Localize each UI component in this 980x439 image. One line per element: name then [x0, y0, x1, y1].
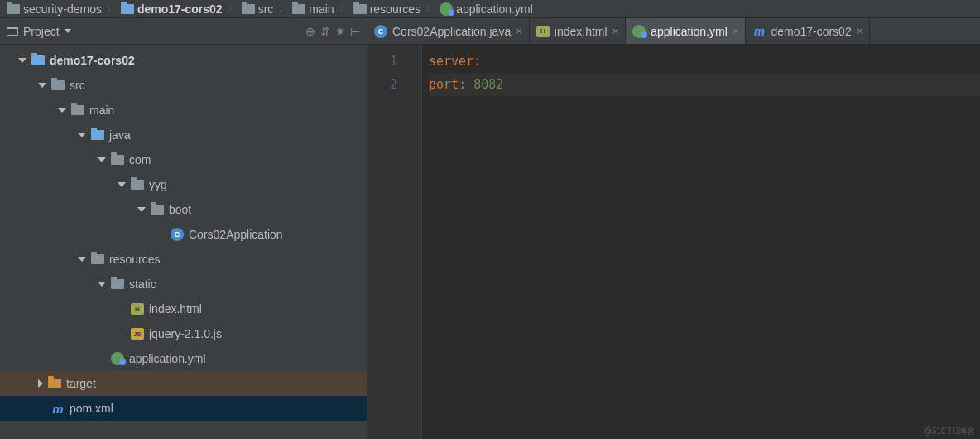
chevron-right-icon[interactable] [38, 379, 43, 388]
collapse-icon[interactable]: ⊢ [350, 25, 360, 38]
breadcrumb-label: security-demos [23, 2, 102, 16]
project-title[interactable]: Project [7, 25, 71, 38]
locate-icon[interactable]: ⊕ [305, 25, 315, 38]
tree-label: pom.xml [70, 402, 113, 415]
project-tool-header: Project ⊕ ⇵ ✷ ⊢ [0, 18, 367, 45]
folder-icon [111, 279, 124, 289]
tree-row[interactable]: demo17-cors02 [0, 48, 367, 73]
tree-row[interactable]: static [0, 272, 367, 297]
tree-label: src [70, 79, 85, 92]
close-icon[interactable]: × [857, 25, 863, 37]
line-gutter: 12 [368, 45, 406, 439]
html-icon: H [536, 26, 550, 37]
tab-label: Cors02Application.java [392, 25, 511, 38]
line-number: 2 [368, 73, 397, 96]
editor-tab[interactable]: CCors02Application.java× [368, 18, 530, 44]
tree-row[interactable]: resources [0, 247, 367, 272]
tree-row[interactable]: application.yml [0, 346, 367, 371]
chevron-down-icon[interactable] [78, 257, 86, 262]
token-key: port [429, 77, 459, 92]
project-actions: ⊕ ⇵ ✷ ⊢ [305, 25, 360, 38]
code-line[interactable]: port: 8082 [429, 73, 980, 96]
breadcrumb-separator: 〉 [424, 2, 436, 15]
breadcrumb-label: application.yml [456, 2, 533, 16]
chevron-down-icon[interactable] [98, 157, 106, 162]
close-icon[interactable]: × [612, 25, 619, 37]
editor-tab[interactable]: mdemo17-cors02× [746, 18, 870, 44]
expand-icon[interactable]: ⇵ [320, 25, 330, 38]
tree-label: boot [169, 203, 191, 216]
tree-label: resources [109, 253, 160, 266]
breadcrumb-label: main [309, 2, 334, 16]
breadcrumb-item[interactable]: main [289, 2, 337, 16]
chevron-down-icon[interactable] [18, 58, 26, 63]
folder-icon [131, 180, 144, 190]
project-panel: Project ⊕ ⇵ ✷ ⊢ demo17-cors02srcmainjava… [0, 18, 368, 439]
code-line[interactable]: server: [429, 50, 980, 73]
folder-module-icon [31, 55, 45, 65]
tree-row[interactable]: java [0, 123, 367, 147]
token-colon: : [473, 54, 481, 69]
tree-row[interactable]: yyg [0, 172, 367, 197]
breadcrumb-separator: 〉 [226, 2, 238, 15]
chevron-down-icon[interactable] [98, 282, 106, 287]
yml-icon [111, 352, 124, 365]
folder-module-icon [121, 4, 134, 14]
chevron-down-icon[interactable] [137, 207, 146, 212]
maven-icon: m [51, 403, 65, 414]
tree-row[interactable]: src [0, 73, 367, 98]
yml-icon [440, 2, 453, 16]
project-title-label: Project [23, 25, 60, 38]
breadcrumb-item[interactable]: demo17-cors02 [118, 2, 226, 16]
breadcrumb-item[interactable]: application.yml [436, 2, 536, 16]
folder-icon [242, 4, 255, 14]
breadcrumb-separator: 〉 [338, 2, 350, 15]
tree-label: yyg [149, 178, 167, 191]
js-icon: JS [131, 328, 144, 340]
tree-row[interactable]: Hindex.html [0, 297, 367, 321]
editor-area: CCors02Application.java×Hindex.html×appl… [368, 18, 980, 439]
tree-label: static [129, 277, 156, 291]
chevron-down-icon[interactable] [118, 182, 126, 187]
tree-row[interactable]: boot [0, 197, 367, 222]
tree-row[interactable]: main [0, 98, 367, 123]
breadcrumb-label: resources [370, 2, 420, 16]
class-icon: C [374, 25, 387, 38]
chevron-down-icon[interactable] [38, 83, 46, 88]
breadcrumb-item[interactable]: resources [350, 2, 424, 16]
tree-row[interactable]: target [0, 371, 367, 396]
editor-tab[interactable]: Hindex.html× [530, 18, 626, 44]
tab-label: index.html [555, 25, 608, 38]
html-icon: H [131, 303, 144, 315]
tree-row[interactable]: CCors02Application [0, 222, 367, 247]
chevron-down-icon [65, 29, 71, 33]
folder-icon [111, 155, 124, 165]
code-content[interactable]: server: port: 8082 [422, 45, 980, 439]
chevron-down-icon[interactable] [78, 133, 86, 137]
token-key: server [429, 54, 473, 69]
fold-gutter [406, 45, 422, 439]
tree-label: application.yml [129, 352, 206, 365]
breadcrumb-label: demo17-cors02 [137, 2, 223, 16]
breadcrumb-item[interactable]: security-demos [3, 2, 105, 16]
breadcrumb-separator: 〉 [105, 2, 118, 15]
project-tree[interactable]: demo17-cors02srcmainjavacomyygbootCCors0… [0, 45, 367, 439]
folder-icon [7, 4, 20, 14]
tree-label: index.html [149, 302, 202, 316]
code-editor[interactable]: 12 server: port: 8082 [368, 45, 980, 439]
breadcrumb-item[interactable]: src [238, 2, 277, 16]
close-icon[interactable]: × [733, 25, 739, 37]
project-icon [7, 27, 18, 36]
tree-row[interactable]: mpom.xml [0, 396, 367, 421]
editor-tab[interactable]: application.yml× [626, 18, 746, 44]
gear-icon[interactable]: ✷ [335, 25, 345, 38]
editor-tabs: CCors02Application.java×Hindex.html×appl… [368, 18, 980, 45]
close-icon[interactable]: × [516, 25, 522, 37]
tree-label: main [89, 104, 114, 117]
chevron-down-icon[interactable] [58, 108, 66, 113]
folder-icon [292, 4, 305, 14]
breadcrumb: security-demos〉demo17-cors02〉src〉main〉re… [0, 0, 980, 18]
tree-row[interactable]: com [0, 147, 367, 172]
yml-icon [632, 25, 646, 38]
tree-row[interactable]: JSjquery-2.1.0.js [0, 321, 367, 346]
